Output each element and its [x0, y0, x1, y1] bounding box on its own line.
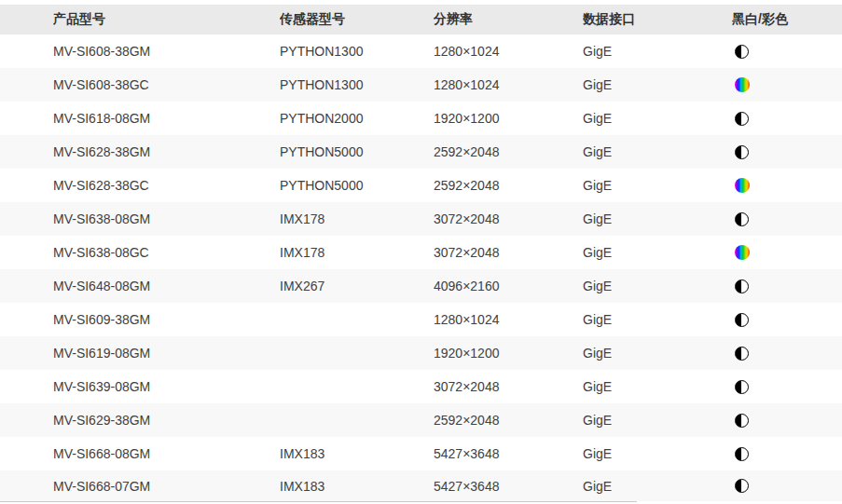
interface-cell: GigE — [583, 279, 732, 293]
mono-icon — [735, 380, 749, 394]
sensor-model-cell: IMX178 — [280, 245, 434, 260]
sensor-model-cell: PYTHON2000 — [280, 111, 434, 126]
product-model-cell: MV-SI618-08GM — [53, 111, 280, 126]
mono-color-cell — [732, 245, 842, 260]
product-model-cell: MV-SI648-08GM — [53, 279, 280, 293]
sensor-model-cell: PYTHON1300 — [280, 44, 434, 59]
product-model-cell: MV-SI609-38GM — [53, 312, 280, 327]
resolution-cell: 4096×2160 — [434, 279, 583, 293]
product-model-cell: MV-SI619-08GM — [53, 346, 280, 361]
sensor-model-cell: IMX183 — [280, 479, 434, 494]
column-header-model: 产品型号 — [53, 11, 280, 28]
table-row: MV-SI608-38GM PYTHON1300 1280×1024 GigE — [0, 34, 842, 68]
column-header-sensor: 传感器型号 — [280, 11, 434, 28]
interface-cell: GigE — [583, 77, 732, 92]
mono-icon — [735, 313, 749, 327]
color-icon — [735, 178, 750, 193]
mono-icon — [735, 112, 749, 126]
mono-color-cell — [732, 212, 842, 226]
interface-cell: GigE — [583, 379, 732, 394]
mono-icon — [735, 479, 749, 493]
sensor-model-cell: PYTHON5000 — [280, 178, 434, 193]
product-model-cell: MV-SI639-08GM — [53, 379, 280, 394]
resolution-cell: 2592×2048 — [434, 144, 583, 159]
product-model-cell: MV-SI629-38GM — [53, 413, 280, 428]
interface-cell: GigE — [583, 413, 732, 428]
resolution-cell: 3072×2048 — [434, 379, 583, 394]
mono-icon — [735, 145, 749, 159]
product-model-cell: MV-SI638-08GM — [53, 211, 280, 226]
color-icon — [735, 245, 750, 260]
interface-cell: GigE — [583, 211, 732, 226]
product-model-cell: MV-SI608-38GM — [53, 44, 280, 59]
table-row: MV-SI638-08GC IMX178 3072×2048 GigE — [0, 236, 842, 269]
mono-color-cell — [732, 145, 842, 159]
product-model-cell: MV-SI628-38GM — [53, 144, 280, 159]
mono-color-cell — [732, 447, 842, 461]
mono-color-cell — [732, 77, 842, 92]
mono-color-cell — [732, 347, 842, 361]
table-row: MV-SI618-08GM PYTHON2000 1920×1200 GigE — [0, 102, 842, 135]
interface-cell: GigE — [583, 446, 732, 461]
product-model-cell: MV-SI668-08GM — [53, 446, 280, 461]
mono-icon — [735, 279, 749, 293]
column-header-interface: 数据接口 — [583, 11, 732, 28]
table-row: MV-SI639-08GM 3072×2048 GigE — [0, 370, 842, 403]
mono-color-cell — [732, 479, 842, 493]
product-model-cell: MV-SI608-38GC — [53, 77, 280, 92]
resolution-cell: 3072×2048 — [434, 245, 583, 260]
resolution-cell: 3072×2048 — [434, 211, 583, 226]
product-model-cell: MV-SI668-07GM — [53, 479, 280, 494]
product-model-cell: MV-SI638-08GC — [53, 245, 280, 260]
table-row: MV-SI648-08GM IMX267 4096×2160 GigE — [0, 269, 842, 303]
mono-color-cell — [732, 45, 842, 59]
mono-color-cell — [732, 380, 842, 394]
mono-icon — [735, 45, 749, 59]
sensor-model-cell: IMX183 — [280, 446, 434, 461]
column-header-resolution: 分辨率 — [434, 11, 583, 28]
table-body: MV-SI608-38GM PYTHON1300 1280×1024 GigE … — [0, 34, 842, 501]
table-row: MV-SI628-38GC PYTHON5000 2592×2048 GigE — [0, 169, 842, 202]
table-row: MV-SI668-07GM IMX183 5427×3648 GigE — [0, 470, 842, 501]
interface-cell: GigE — [583, 346, 732, 361]
resolution-cell: 5427×3648 — [434, 446, 583, 461]
resolution-cell: 2592×2048 — [434, 413, 583, 428]
sensor-model-cell: PYTHON1300 — [280, 77, 434, 92]
resolution-cell: 1920×1200 — [434, 111, 583, 126]
interface-cell: GigE — [583, 245, 732, 260]
sensor-model-cell: PYTHON5000 — [280, 144, 434, 159]
mono-color-cell — [732, 178, 842, 193]
table-row: MV-SI668-08GM IMX183 5427×3648 GigE — [0, 437, 842, 470]
table-row: MV-SI619-08GM 1920×1200 GigE — [0, 336, 842, 370]
interface-cell: GigE — [583, 111, 732, 126]
resolution-cell: 1920×1200 — [434, 346, 583, 361]
table-header-row: 产品型号 传感器型号 分辨率 数据接口 黑白/彩色 — [0, 5, 842, 34]
table-row: MV-SI628-38GM PYTHON5000 2592×2048 GigE — [0, 135, 842, 169]
mono-color-cell — [732, 112, 842, 126]
table-row: MV-SI629-38GM 2592×2048 GigE — [0, 403, 842, 437]
resolution-cell: 5427×3648 — [434, 479, 583, 494]
mono-color-cell — [732, 414, 842, 428]
interface-cell: GigE — [583, 479, 732, 494]
mono-color-cell — [732, 279, 842, 293]
interface-cell: GigE — [583, 312, 732, 327]
product-model-cell: MV-SI628-38GC — [53, 178, 280, 193]
sensor-model-cell: IMX178 — [280, 211, 434, 226]
mono-icon — [735, 212, 749, 226]
mono-icon — [735, 414, 749, 428]
table-row: MV-SI609-38GM 1280×1024 GigE — [0, 303, 842, 336]
mono-icon — [735, 447, 749, 461]
camera-spec-table: 产品型号 传感器型号 分辨率 数据接口 黑白/彩色 MV-SI608-38GM … — [0, 0, 842, 504]
mono-color-cell — [732, 313, 842, 327]
table-row: MV-SI608-38GC PYTHON1300 1280×1024 GigE — [0, 68, 842, 102]
resolution-cell: 1280×1024 — [434, 312, 583, 327]
resolution-cell: 1280×1024 — [434, 77, 583, 92]
resolution-cell: 1280×1024 — [434, 44, 583, 59]
interface-cell: GigE — [583, 144, 732, 159]
column-header-mono-color: 黑白/彩色 — [732, 11, 842, 28]
mono-icon — [735, 347, 749, 361]
color-icon — [735, 77, 750, 92]
resolution-cell: 2592×2048 — [434, 178, 583, 193]
interface-cell: GigE — [583, 178, 732, 193]
interface-cell: GigE — [583, 44, 732, 59]
